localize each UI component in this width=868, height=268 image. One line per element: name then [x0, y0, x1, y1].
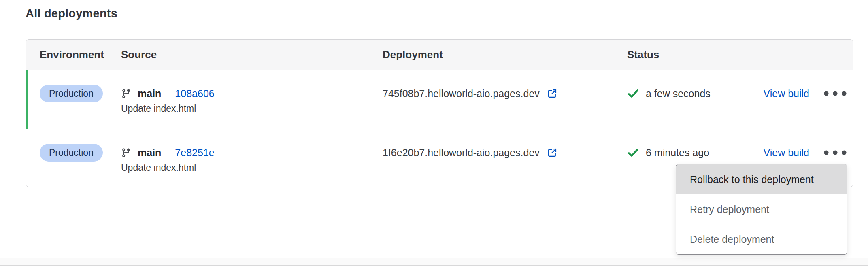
source-cell: main 108a606 Update index.html — [107, 70, 369, 129]
menu-item-retry[interactable]: Retry deployment — [676, 194, 847, 224]
environment-cell: Production — [26, 70, 107, 129]
source-cell: main 7e8251e Update index.html — [107, 129, 369, 187]
external-link-icon[interactable] — [547, 88, 558, 99]
check-icon — [627, 87, 639, 100]
kebab-menu-button[interactable] — [823, 145, 847, 160]
deployment-url: 1f6e20b7.helloworld-aio.pages.dev — [383, 147, 540, 159]
deployment-context-menu: Rollback to this deployment Retry deploy… — [676, 164, 847, 255]
column-header-environment: Environment — [26, 49, 107, 61]
branch-name: main — [138, 147, 161, 159]
column-header-status: Status — [613, 49, 853, 61]
table-header-row: Environment Source Deployment Status — [26, 40, 853, 70]
git-branch-icon — [121, 89, 131, 99]
page-title: All deployments — [26, 6, 117, 21]
menu-item-rollback[interactable]: Rollback to this deployment — [676, 164, 847, 194]
column-header-source: Source — [107, 49, 369, 61]
commit-link[interactable]: 108a606 — [175, 88, 214, 100]
status-time: 6 minutes ago — [646, 147, 763, 159]
table-row: Production main 108a606 Update index.htm… — [26, 70, 853, 129]
kebab-menu-button[interactable] — [823, 86, 847, 101]
status-time: a few seconds — [646, 88, 763, 100]
branch-name: main — [138, 88, 161, 100]
commit-message: Update index.html — [121, 160, 369, 175]
environment-badge: Production — [40, 144, 103, 162]
section-divider — [0, 258, 868, 266]
git-branch-icon — [121, 148, 131, 158]
status-cell: a few seconds View build — [613, 70, 853, 129]
deployment-url: 745f08b7.helloworld-aio.pages.dev — [383, 88, 540, 100]
environment-badge: Production — [40, 85, 103, 102]
external-link-icon[interactable] — [547, 147, 558, 158]
column-header-deployment: Deployment — [369, 49, 613, 61]
deployment-cell: 745f08b7.helloworld-aio.pages.dev — [369, 70, 613, 129]
view-build-link[interactable]: View build — [763, 147, 809, 159]
deployment-cell: 1f6e20b7.helloworld-aio.pages.dev — [369, 129, 613, 187]
view-build-link[interactable]: View build — [763, 88, 809, 100]
menu-item-delete[interactable]: Delete deployment — [676, 224, 847, 254]
check-icon — [627, 147, 639, 159]
environment-cell: Production — [26, 129, 107, 187]
commit-link[interactable]: 7e8251e — [175, 147, 214, 159]
commit-message: Update index.html — [121, 101, 369, 116]
